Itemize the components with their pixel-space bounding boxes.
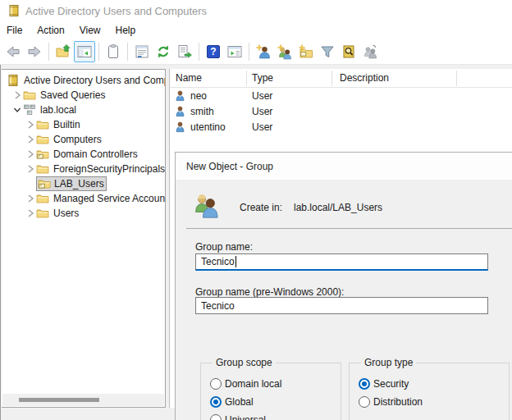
filter-funnel-icon [319, 43, 336, 60]
help-button[interactable]: ? [203, 41, 224, 62]
radio-global[interactable]: Global [210, 393, 341, 411]
column-separator[interactable] [331, 71, 332, 86]
column-header-type[interactable]: Type [252, 72, 273, 84]
user-icon [174, 105, 186, 118]
new-user-icon [255, 43, 272, 60]
list-row-utentino[interactable]: utentino User [170, 119, 512, 135]
group-icon [194, 193, 220, 221]
back-button[interactable] [2, 41, 24, 62]
console-tree-icon [76, 43, 93, 60]
properties-button[interactable] [131, 41, 153, 62]
radio-universal[interactable]: Universal [210, 411, 341, 420]
tree-item-lab-local[interactable]: lab.local [2, 103, 165, 117]
column-separator[interactable] [246, 71, 247, 86]
create-in-label: Create in: [240, 202, 294, 213]
forward-button[interactable] [24, 41, 45, 62]
chevron-right-icon[interactable] [11, 89, 23, 101]
folder-icon [36, 133, 49, 146]
window-title: Active Directory Users and Computers [25, 5, 207, 17]
tree-item-root[interactable]: Active Directory Users and Computers [2, 73, 165, 88]
find-button[interactable] [338, 41, 359, 62]
tree-item-builtin[interactable]: Builtin [2, 117, 165, 132]
group-type-fieldset: Group type Security Distribution [349, 357, 510, 420]
list-row-neo[interactable]: neo User [170, 88, 512, 103]
create-in-value: lab.local/LAB_Users [294, 202, 382, 213]
radio-distribution[interactable]: Distribution [359, 393, 509, 411]
chevron-right-icon[interactable] [25, 134, 36, 145]
dialog-separator [186, 228, 512, 229]
group-gray-icon [362, 43, 378, 60]
action-pane-icon [226, 43, 243, 60]
dialog-title: New Object - Group [176, 153, 512, 180]
ou-folder-icon [36, 148, 49, 161]
list-row-smith[interactable]: smith User [170, 103, 512, 119]
new-object-group-dialog: New Object - Group Create in: lab.local/… [175, 152, 512, 420]
radio-security[interactable]: Security [359, 375, 509, 393]
tree-item-managed-service-accounts[interactable]: Managed Service Accounts [2, 191, 165, 206]
tree-item-saved-queries[interactable]: Saved Queries [2, 88, 165, 103]
pre-windows-2000-input[interactable]: Tecnico [195, 297, 488, 314]
find-magnifier-icon [341, 43, 357, 60]
ou-folder-icon [38, 177, 51, 190]
pre-windows-2000-label: Group name (pre-Windows 2000): [195, 286, 344, 298]
chevron-right-icon[interactable] [25, 208, 36, 219]
menu-action[interactable]: Action [37, 22, 64, 39]
new-group-button[interactable] [274, 41, 295, 62]
column-header-name[interactable]: Name [176, 72, 202, 84]
up-one-level-button[interactable] [53, 41, 74, 62]
radio-circle[interactable] [359, 378, 370, 390]
export-list-icon [176, 43, 193, 60]
new-organizational-unit-button[interactable] [295, 41, 317, 62]
selected-tree-item[interactable]: LAB_Users [36, 176, 107, 191]
menu-help[interactable]: Help [116, 22, 136, 39]
group-name-input[interactable]: Tecnico [195, 253, 488, 271]
title-bar: Active Directory Users and Computers [0, 0, 512, 21]
clipboard-button[interactable] [103, 41, 124, 62]
folder-icon [36, 118, 49, 131]
tree-item-lab-users[interactable]: LAB_Users [2, 176, 165, 191]
refresh-button[interactable] [153, 41, 174, 62]
workspace: Active Directory Users and Computers Sav… [0, 65, 512, 420]
tree-item-computers[interactable]: Computers [2, 132, 165, 147]
radio-circle[interactable] [359, 396, 370, 408]
list-header: Name Type Description [170, 69, 512, 88]
chevron-right-icon[interactable] [25, 163, 36, 175]
radio-circle[interactable] [210, 414, 222, 420]
dialog-body: Create in: lab.local/LAB_Users Group nam… [176, 180, 512, 420]
column-separator[interactable] [456, 71, 457, 86]
toolbar-separator [249, 43, 249, 61]
new-user-button[interactable] [253, 41, 274, 62]
app-console-icon [7, 4, 21, 17]
export-list-button[interactable] [174, 41, 195, 62]
help-icon: ? [205, 43, 222, 60]
folder-icon [36, 192, 49, 205]
group-scope-fieldset: Group scope Domain local Global Universa… [200, 357, 341, 420]
tree-item-users[interactable]: Users [2, 206, 165, 221]
user-icon [174, 121, 186, 134]
radio-circle[interactable] [210, 378, 222, 390]
toolbar-separator [127, 43, 128, 61]
svg-text:?: ? [210, 46, 216, 57]
chevron-down-icon[interactable] [11, 104, 23, 116]
chevron-right-icon[interactable] [25, 193, 36, 204]
scrollbar-thumb[interactable] [19, 398, 99, 402]
add-to-group-button[interactable] [359, 41, 381, 62]
group-name-label: Group name: [195, 241, 253, 253]
radio-domain-local[interactable]: Domain local [210, 375, 341, 393]
action-pane-button[interactable] [224, 41, 245, 62]
chevron-right-icon[interactable] [25, 119, 36, 130]
set-filter-button[interactable] [317, 41, 338, 62]
menu-file[interactable]: File [7, 22, 22, 39]
toolbar-separator [48, 43, 49, 61]
chevron-right-icon[interactable] [25, 148, 36, 160]
console-tree-pane: Active Directory Users and Computers Sav… [2, 69, 166, 408]
menu-bar: File Action View Help [0, 21, 512, 39]
tree-item-domain-controllers[interactable]: Domain Controllers [2, 147, 165, 162]
tree-horizontal-scrollbar[interactable] [2, 394, 164, 406]
radio-circle[interactable] [210, 396, 222, 408]
new-group-icon [277, 43, 293, 60]
column-header-description[interactable]: Description [340, 72, 389, 84]
menu-view[interactable]: View [80, 22, 101, 39]
show-console-tree-toggle[interactable] [74, 41, 95, 62]
tree-item-foreign-security-principals[interactable]: ForeignSecurityPrincipals [2, 162, 165, 176]
